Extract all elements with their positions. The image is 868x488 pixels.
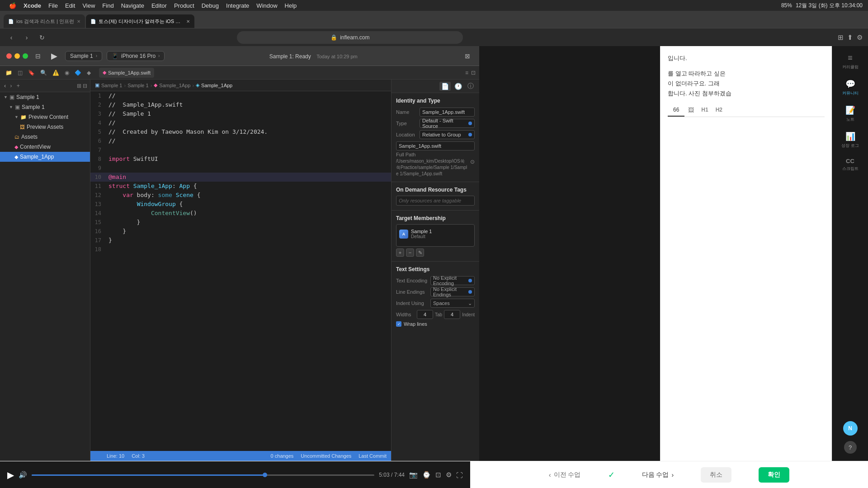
open-file-tab[interactable]: ◆ Sample_1App.swift [99,68,154,78]
navigate-menu[interactable]: Navigate [118,0,148,11]
breakpoint-icon[interactable]: ◆ [85,69,93,77]
tree-item-preview-content[interactable]: ▼ 📁 Preview Content [0,112,90,122]
debug-icon[interactable]: 🔷 [73,69,83,77]
maximize-window-btn[interactable] [23,53,28,59]
curriculum-icon-btn[interactable]: ≡ 커리큘럼 [837,50,864,74]
nav-prev-btn[interactable]: ‹ [3,81,7,90]
content-tab-h2[interactable]: H2 [712,104,726,117]
inspector-history-tab[interactable]: 🕐 [453,82,464,91]
play-button[interactable]: ▶ [7,469,14,480]
editor-menu[interactable]: Editor [148,0,170,11]
location-value-field[interactable]: Relative to Group [420,130,475,139]
minimize-window-btn[interactable] [14,53,20,59]
debug-menu[interactable]: Debug [198,0,222,11]
folder-nav-icon[interactable]: 📁 [4,69,14,77]
find-menu[interactable]: Find [99,0,117,11]
lesson-check-icon[interactable]: ✓ [608,470,615,480]
bc-app[interactable]: Sample_1App [159,83,190,88]
nav-next-btn[interactable]: › [9,81,13,90]
code-view[interactable]: 1 // 2 // Sample_1App.swift 3 // Sample … [90,91,391,451]
target-add-btn[interactable]: + [396,249,404,257]
tree-item-sample1app[interactable]: ◆ Sample_1App [0,152,90,162]
inspector-file-tab[interactable]: 📄 [439,82,451,91]
close-window-btn[interactable] [6,53,12,59]
test-icon[interactable]: ◉ [63,69,71,77]
bc-root[interactable]: Sample 1 [101,83,122,88]
nav-filter-icon[interactable]: ⊞ [77,83,81,89]
indent-width-field[interactable]: 4 [444,310,460,319]
target-remove-btn[interactable]: − [406,249,414,257]
filename-field[interactable]: Sample_1App.swift [396,141,475,150]
settings-control-icon[interactable]: ⚙ [446,471,452,479]
tab2-close[interactable]: ✕ [186,19,190,24]
browser-tab-1[interactable]: 📄 ios 검색과 리스트 | 인프런 ✕ [4,14,85,28]
view-menu[interactable]: View [79,0,99,11]
minimap-icon[interactable]: ⊡ [471,70,476,76]
nav-back[interactable]: ‹ [5,32,17,43]
run-button[interactable]: ▶ [48,50,61,62]
tree-item-contentview[interactable]: ◆ ContentView [0,142,90,152]
user-icon-btn[interactable]: N [843,421,858,439]
camera-icon[interactable]: 📷 [409,471,418,479]
search-nav-icon[interactable]: 🔍 [38,69,49,77]
inspector-info-tab[interactable]: ⓘ [466,81,476,91]
edit-menu[interactable]: Edit [61,0,79,11]
fullpath-reveal-icon[interactable]: ⊙ [470,158,475,166]
tree-item-assets[interactable]: 🗂 Assets [0,132,90,142]
bookmark-icon[interactable]: 🔖 [26,69,37,77]
pip-icon[interactable]: ⊡ [435,471,441,479]
settings-icon[interactable]: ⚙ [857,33,863,42]
nav-add-icon[interactable]: + [17,83,20,89]
target-edit-btn[interactable]: ✎ [416,249,424,257]
tree-item-sample1[interactable]: ▼ ▣ Sample 1 [0,102,90,112]
help-menu[interactable]: Help [281,0,301,11]
help-icon-btn[interactable]: ? [844,441,857,457]
tree-item-root[interactable]: ▼ ▣ Sample 1 [0,92,90,102]
volume-button[interactable]: 🔊 [19,471,27,479]
inspector-toggle-btn[interactable]: ⊠ [462,51,473,61]
share-icon[interactable]: ⬆ [847,33,853,42]
growth-log-icon-btn[interactable]: 📊 성장 로그 [837,128,864,152]
indent-using-value[interactable]: Spaces ⌄ [430,299,475,308]
tags-input[interactable]: Only resources are taggable [396,196,475,206]
progress-bar[interactable] [32,474,374,476]
notes-icon-btn[interactable]: 📝 노트 [837,102,864,126]
file-menu[interactable]: File [45,0,61,11]
nav-forward[interactable]: › [21,32,33,43]
browser-tab-2[interactable]: 📄 토스(제) 디자이너가 알려주는 iOS 입문 – Swift인터하여 샘플… [86,14,194,28]
view-toggle-icon[interactable]: ≡ [465,70,468,76]
app-name-menu[interactable]: Xcode [20,0,45,11]
fullscreen-icon[interactable]: ⛶ [456,471,463,479]
integrate-menu[interactable]: Integrate [222,0,253,11]
tab1-close[interactable]: ✕ [77,19,80,24]
sidebar-toggle-btn[interactable]: ⊟ [33,51,43,61]
confirm-button[interactable]: 확인 [759,467,789,483]
address-bar[interactable]: 🔒 inflearn.com [237,31,463,44]
scheme-selector[interactable]: Sample 1 › [65,51,102,61]
tab-width-field[interactable]: 4 [417,310,433,319]
content-tab-1[interactable]: 66 [668,104,684,117]
device-selector[interactable]: 📱 iPhone 16 Pro › [107,51,165,61]
line-endings-value[interactable]: No Explicit Endings [430,287,475,296]
nav-reload[interactable]: ↻ [36,32,48,43]
content-tab-image-icon[interactable]: 🖼 [684,104,698,117]
apple-menu[interactable]: 🍎 [5,0,20,11]
nav-disclosure-icon[interactable]: ⊟ [83,83,87,89]
product-menu[interactable]: Product [170,0,198,11]
name-value-field[interactable]: Sample_1App.swift [420,108,475,117]
bc-struct[interactable]: Sample_1App [201,83,232,88]
extensions-icon[interactable]: ⊞ [838,33,844,42]
bc-sample1[interactable]: Sample 1 [127,83,148,88]
content-tab-h1[interactable]: H1 [698,104,712,117]
window-menu[interactable]: Window [253,0,281,11]
next-lesson-btn[interactable]: 다음 수업 › [642,471,674,479]
tree-item-preview-assets[interactable]: 🖼 Preview Assets [0,122,90,132]
wrap-lines-checkbox[interactable]: ✓ [396,321,401,327]
community-icon-btn[interactable]: 💬 커뮤니티 [837,75,864,100]
type-value-field[interactable]: Default - Swift Source [420,119,475,128]
warning-icon[interactable]: ⚠️ [51,69,61,77]
cancel-button[interactable]: 취소 [701,467,731,483]
script-icon-btn[interactable]: CC 스크립트 [837,154,864,175]
subtitle-icon[interactable]: ⌚ [422,471,431,479]
text-encoding-value[interactable]: No Explicit Encoding [430,276,475,285]
